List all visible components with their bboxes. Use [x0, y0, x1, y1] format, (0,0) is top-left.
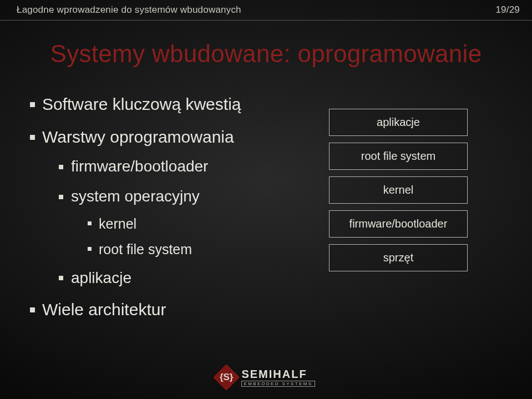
diagram-layer-applications: aplikacje: [329, 109, 468, 136]
logo-mark-glyph: {S}: [220, 372, 234, 383]
slide-title: Systemy wbudowane: oprogramowanie: [0, 40, 532, 68]
subsub-bullet-item: root file system: [85, 241, 287, 257]
presentation-title: Łagodne wprowadzenie do systemów wbudowa…: [17, 4, 241, 16]
diagram-layer-firmware: firmware/bootloader: [329, 210, 468, 238]
logo-mark-icon: {S}: [213, 364, 240, 391]
bullet-item: Wiele architektur: [28, 300, 287, 320]
slide-content: Software kluczową kwestią Warstwy oprogr…: [28, 94, 504, 332]
bullet-label: Warstwy oprogramowania: [42, 128, 234, 146]
header-divider: [0, 20, 532, 21]
bullet-item: Software kluczową kwestią: [28, 94, 287, 115]
layer-diagram: aplikacje root file system kernel firmwa…: [287, 94, 504, 332]
sub-bullet-item: aplikacje: [57, 269, 287, 287]
brand-logo: {S} SEMIHALF EMBEDDED SYSTEMS: [217, 368, 315, 387]
brand-name: SEMIHALF: [241, 368, 315, 380]
sub-bullet-item: system operacyjny kernel root file syste…: [57, 187, 287, 257]
diagram-layer-hardware: sprzęt: [329, 244, 468, 271]
brand-tagline: EMBEDDED SYSTEMS: [241, 381, 315, 387]
sub-bullet-label: system operacyjny: [71, 188, 200, 205]
slide-counter: 19/29: [495, 4, 520, 16]
diagram-layer-rootfs: root file system: [329, 143, 468, 170]
slide-footer: {S} SEMIHALF EMBEDDED SYSTEMS: [0, 368, 532, 387]
slide-header: Łagodne wprowadzenie do systemów wbudowa…: [0, 0, 532, 20]
diagram-layer-kernel: kernel: [329, 176, 468, 204]
sub-bullet-item: firmware/bootloader: [57, 157, 287, 176]
bullet-column: Software kluczową kwestią Warstwy oprogr…: [28, 94, 287, 332]
subsub-bullet-item: kernel: [85, 215, 287, 232]
bullet-item: Warstwy oprogramowania firmware/bootload…: [28, 127, 287, 287]
